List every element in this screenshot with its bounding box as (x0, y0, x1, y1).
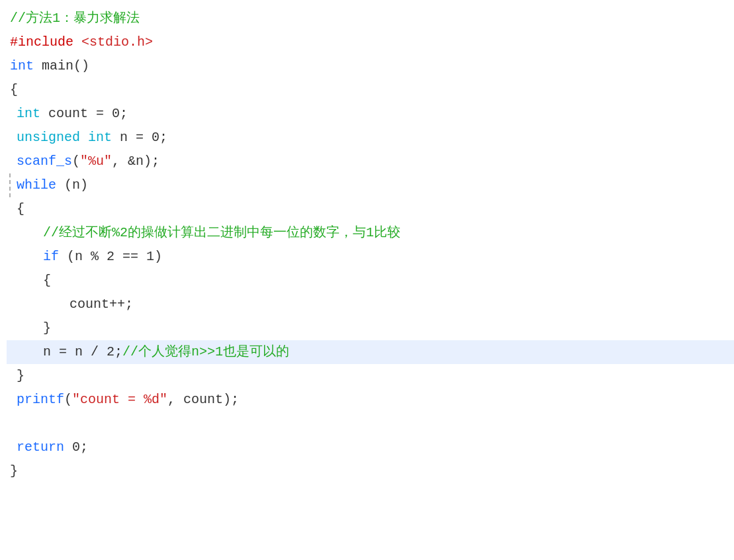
line-8: while (n) (7, 173, 734, 197)
line-10: //经过不断%2的操做计算出二进制中每一位的数字，与1比较 (7, 221, 734, 245)
code-line-18 (7, 412, 18, 436)
scanf-func: scanf_s (17, 151, 72, 172)
count-var: count = 0; (40, 103, 128, 124)
line-9: { (7, 197, 734, 221)
while-keyword: while (17, 175, 56, 196)
code-line-8: while (n) (7, 173, 88, 197)
line-6: unsigned int n = 0; (7, 126, 734, 150)
unsigned-type: unsigned (17, 127, 80, 148)
printf-paren: ( (64, 389, 72, 410)
code-line-5: int count = 0; (7, 102, 128, 126)
brace-open-3: { (43, 270, 51, 291)
code-line-13: count++; (7, 293, 133, 316)
brace-close-3: } (43, 318, 51, 339)
line-14: } (7, 316, 734, 340)
line-16: } (7, 364, 734, 388)
include-file: <stdio.h> (81, 32, 153, 53)
code-line-20: } (7, 459, 18, 483)
line-18 (7, 412, 734, 436)
int-type: int (17, 103, 40, 124)
brace-open-1: { (10, 79, 18, 101)
code-line-17: printf("count = %d", count); (7, 388, 239, 412)
printf-func: printf (17, 389, 64, 410)
if-cond: (n % 2 == 1) (59, 246, 162, 267)
n-div-comment: //个人觉得n>>1也是可以的 (122, 342, 289, 363)
brace-close-2: } (17, 365, 24, 387)
line-13: count++; (7, 293, 734, 316)
code-line-2: #include <stdio.h> (7, 30, 153, 54)
count-pp: count++; (69, 294, 133, 315)
space1 (80, 127, 88, 148)
code-line-14: } (7, 316, 51, 340)
code-line-12: { (7, 269, 51, 293)
code-line-15: n = n / 2;//个人觉得n>>1也是可以的 (7, 340, 289, 364)
line-3: int main() (7, 54, 734, 78)
line-2: #include <stdio.h> (7, 30, 734, 54)
printf-fmt: "count = %d" (72, 389, 167, 410)
while-cond: (n) (56, 175, 88, 196)
code-line-7: scanf_s("%u", &n); (7, 150, 160, 173)
code-line-4: { (7, 78, 18, 102)
line-15: n = n / 2;//个人觉得n>>1也是可以的 (7, 340, 734, 364)
line-20: } (7, 459, 734, 483)
int-keyword: int (10, 56, 34, 77)
line-12: { (7, 269, 734, 293)
line-7: scanf_s("%u", &n); (7, 150, 734, 173)
brace-open-2: { (17, 199, 24, 220)
code-line-19: return 0; (7, 436, 88, 459)
return-keyword: return (17, 437, 64, 458)
main-func: main() (34, 56, 89, 77)
line-1: //方法1：暴力求解法 (7, 7, 734, 30)
comment-title: //方法1：暴力求解法 (10, 8, 140, 29)
line-4: { (7, 78, 734, 102)
code-line-6: unsigned int n = 0; (7, 126, 167, 150)
code-line-16: } (7, 364, 24, 388)
code-line-1: //方法1：暴力求解法 (7, 7, 140, 30)
code-line-11: if (n % 2 == 1) (7, 245, 162, 269)
n-var: n = 0; (112, 127, 167, 148)
printf-args: , count); (167, 389, 239, 410)
vline-while (9, 173, 11, 197)
line-17: printf("count = %d", count); (7, 388, 734, 412)
code-line-9: { (7, 197, 24, 221)
line-19: return 0; (7, 436, 734, 459)
line-11: if (n % 2 == 1) (7, 245, 734, 269)
include-directive: #include (10, 32, 81, 53)
scanf-paren: ( (72, 151, 80, 172)
n-div-assign: n = n / 2; (43, 342, 122, 363)
code-line-10: //经过不断%2的操做计算出二进制中每一位的数字，与1比较 (7, 221, 400, 245)
code-line-3: int main() (7, 54, 89, 78)
int-type2: int (88, 127, 112, 148)
if-keyword: if (43, 246, 59, 267)
return-val: 0; (64, 437, 88, 458)
blank-line (10, 413, 18, 434)
line-5: int count = 0; (7, 102, 734, 126)
code-container: //方法1：暴力求解法 #include <stdio.h> int main(… (0, 7, 734, 560)
inner-comment: //经过不断%2的操做计算出二进制中每一位的数字，与1比较 (43, 222, 400, 244)
brace-close-1: } (10, 461, 18, 482)
scanf-args: , &n); (112, 151, 160, 172)
scanf-fmt: "%u" (80, 151, 112, 172)
